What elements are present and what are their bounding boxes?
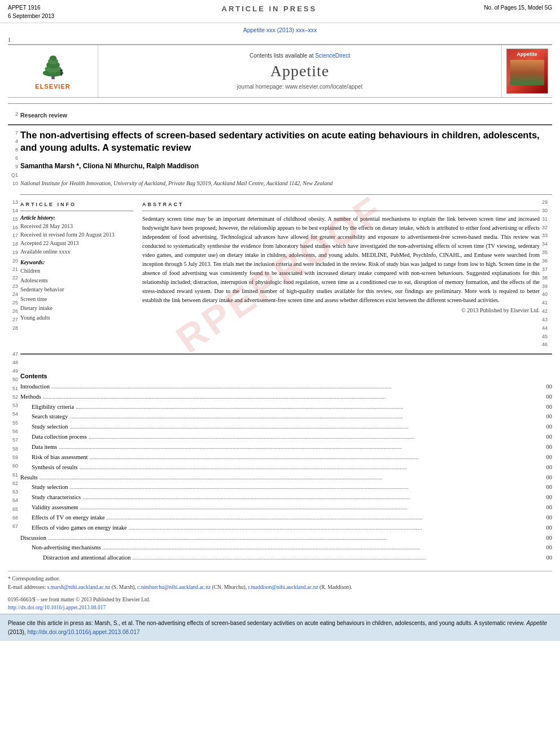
keywords-label: Keywords: xyxy=(20,259,133,265)
divider-info xyxy=(20,211,133,211)
toc-item-risk: Risk of bias assessment ................… xyxy=(20,452,552,462)
line-num-affil: 10 xyxy=(8,180,20,188)
name-3: (R. Maddison). xyxy=(320,584,352,590)
keyword-dietary: Dietary intake xyxy=(20,304,133,313)
keyword-screen: Screen time xyxy=(20,295,133,304)
top-bar: APPET 1916 6 September 2013 ARTICLE IN P… xyxy=(0,0,560,23)
affiliation-row: 10 National Institute for Health Innovat… xyxy=(8,180,552,191)
line-num-q1: 9 Q1 xyxy=(8,163,20,180)
name-2: (CN. Mhurchu), xyxy=(212,584,247,590)
divider-title xyxy=(8,124,552,125)
sciencedirect-line: Contents lists available at ScienceDirec… xyxy=(250,53,350,59)
toc-item-discussion: Discussion .............................… xyxy=(20,533,552,543)
email-1[interactable]: s.marsh@nihi.auckland.ac.nz xyxy=(47,584,111,590)
toc-item-eligibility: Eligibility criteria ...................… xyxy=(20,402,552,412)
two-col-wrapper: 13 14 15 16 17 18 19 20 21 22 23 24 25 2… xyxy=(8,198,552,349)
copyright-line: © 2013 Published by Elsevier Ltd. xyxy=(142,307,540,313)
keyword-adolescents: Adolescents xyxy=(20,276,133,286)
line-nums-contents: 49 50 51 52 53 54 55 56 57 58 59 60 61 6… xyxy=(8,367,20,565)
appetite-cover-area: Appetite xyxy=(501,45,552,97)
abstract-col: ABSTRACT Sedentary screen time may be an… xyxy=(142,202,540,347)
keywords-list: Children Adolescents Sedentary behavior … xyxy=(20,267,133,322)
online-date: Available online xxxx xyxy=(20,247,133,256)
article-in-press-label: ARTICLE IN PRESS xyxy=(54,3,484,13)
svg-point-5 xyxy=(49,55,56,60)
toc-item-data-collection: Data collection process ................… xyxy=(20,432,552,442)
citation-year: (2013), xyxy=(8,629,26,635)
doi-link[interactable]: http://dx.doi.org/10.1016/j.appet.2013.0… xyxy=(8,604,552,611)
appetite-cover-title: Appetite xyxy=(517,51,537,58)
article-history: Article history: Received 28 May 2013 Re… xyxy=(20,215,133,256)
section-row: 2 Research review xyxy=(8,107,552,121)
divider-area xyxy=(20,194,552,195)
toc-item-data-items: Data items .............................… xyxy=(20,442,552,452)
email-3[interactable]: r.maddison@nihi.auckland.ac.nz xyxy=(248,584,318,590)
toc-item-study-char: Study characteristics ..................… xyxy=(20,492,552,503)
keyword-sedentary: Sedentary behavior xyxy=(20,285,133,295)
appet-number: APPET 1916 xyxy=(8,3,54,12)
affiliation: National Institute for Health Innovation… xyxy=(20,180,333,186)
appetite-cover-image xyxy=(510,60,544,85)
journal-homepage: journal homepage: www.elsevier.com/locat… xyxy=(237,84,362,90)
copyright-text: 0195-6663/$ – see front matter © 2013 Pu… xyxy=(8,596,552,604)
journal-citation: Appetite xxx (2013) xxx–xxx xyxy=(243,27,317,33)
abstract-text: Sedentary screen time may be an importan… xyxy=(142,215,540,305)
article-title-area: The non-advertising effects of screen-ba… xyxy=(20,129,552,162)
article-info-header: ARTICLE INFO xyxy=(20,202,133,207)
section-label: Research review xyxy=(20,112,67,119)
bottom-copyright: 0195-6663/$ – see front matter © 2013 Pu… xyxy=(8,596,552,612)
keywords-section: Keywords: Children Adolescents Sedentary… xyxy=(20,259,133,322)
main-content: 2 Research review 7 4 8 6 The non-advert… xyxy=(0,98,560,611)
journal-header: ELSEVIER Contents lists available at Sci… xyxy=(8,44,552,98)
contents-title: Contents xyxy=(20,373,552,379)
svg-point-6 xyxy=(60,69,63,72)
line47-row: 47 xyxy=(8,350,552,359)
accepted-date: Accepted 22 August 2013 xyxy=(20,239,133,247)
divider-1 xyxy=(8,103,552,104)
toc-item-intro: Introduction ...........................… xyxy=(20,382,552,392)
corresponding-author-label: * Corresponding author. xyxy=(8,575,552,583)
top-bar-right: No. of Pages 15, Model 5G xyxy=(484,3,552,12)
toc-item-synthesis: Synthesis of results ...................… xyxy=(20,462,552,473)
toc-item-tv: Effects of TV on energy intake .........… xyxy=(20,513,552,523)
toc-item-non-adv: Non-advertising mechanisms .............… xyxy=(20,543,552,553)
two-col: ARTICLE INFO Article history: Received 2… xyxy=(20,202,540,347)
svg-rect-7 xyxy=(60,72,62,76)
toc-item-distraction: Distraction and attentional allocation .… xyxy=(20,553,552,563)
divider-bottom xyxy=(20,353,552,355)
email-addresses: E-mail addresses: s.marsh@nihi.auckland.… xyxy=(8,583,552,592)
article-title: The non-advertising effects of screen-ba… xyxy=(20,129,552,154)
two-col-watermark-area: RPEPROOF 13 14 15 16 17 18 19 20 21 22 2… xyxy=(8,198,552,349)
history-label: Article history: xyxy=(20,215,133,221)
appetite-cover: Appetite xyxy=(506,49,548,94)
date-line: 6 September 2013 xyxy=(8,12,54,20)
divider-abstract xyxy=(142,211,540,211)
citation-text: Please cite this article in press as: Ma… xyxy=(8,620,525,626)
abstract-header: ABSTRACT xyxy=(142,202,540,207)
citation-journal: Appetite xyxy=(526,620,547,626)
journal-link-bar: Appetite xxx (2013) xxx–xxx xyxy=(0,23,560,36)
sciencedirect-link[interactable]: ScienceDirect xyxy=(315,53,350,59)
line-nums-title: 7 4 8 6 xyxy=(8,129,20,162)
line-nums-right-col: 29 30 31 32 33 34 35 36 37 38 39 40 41 4… xyxy=(540,198,552,349)
elsevier-text: ELSEVIER xyxy=(35,83,70,90)
name-1: (S. Marsh), xyxy=(112,584,136,590)
citation-doi-link[interactable]: http://dx.doi.org/10.1016/j.appet.2013.0… xyxy=(27,629,139,635)
footnotes: * Corresponding author. E-mail addresses… xyxy=(8,571,552,592)
elsevier-tree-icon xyxy=(36,53,70,81)
email-2[interactable]: c.nimhurchu@nihi.auckland.ac.nz xyxy=(137,584,211,590)
contents-section: Contents Introduction ..................… xyxy=(20,373,552,563)
toc-item-results: Results ................................… xyxy=(20,473,552,483)
journal-title: Appetite xyxy=(270,62,329,80)
toc-item-search: Search strategy ........................… xyxy=(20,412,552,422)
toc-item-video: Effects of video games on energy intake … xyxy=(20,523,552,533)
elsevier-logo: ELSEVIER xyxy=(35,53,70,90)
citation-box: Please cite this article in press as: Ma… xyxy=(0,614,560,641)
title-row: 7 4 8 6 The non-advertising effects of s… xyxy=(8,129,552,162)
elsevier-logo-area: ELSEVIER xyxy=(8,45,98,97)
keyword-young: Young adults xyxy=(20,313,133,323)
received-date: Received 28 May 2013 xyxy=(20,222,133,230)
divider-2 xyxy=(20,194,552,195)
article-info-col: ARTICLE INFO Article history: Received 2… xyxy=(20,202,133,347)
toc-item-validity: Validity assessment ....................… xyxy=(20,503,552,513)
